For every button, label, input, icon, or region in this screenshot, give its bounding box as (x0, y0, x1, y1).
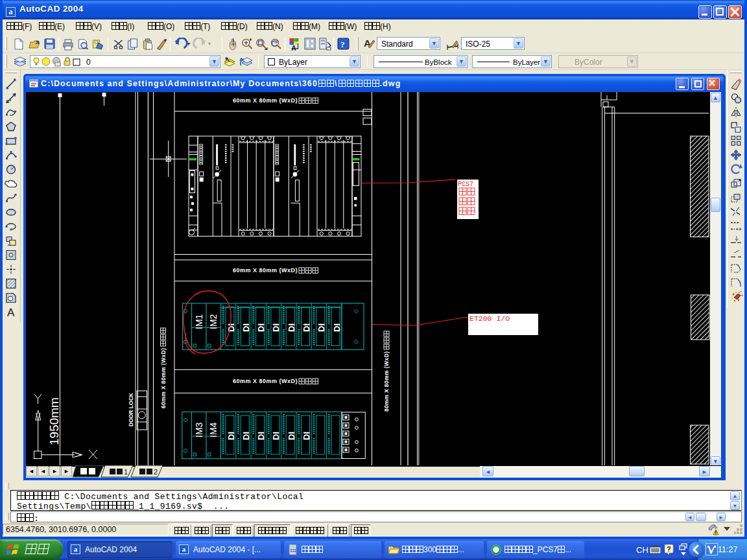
svg-text:DI: DI (332, 323, 342, 332)
svg-text:DI: DI (256, 432, 266, 440)
svg-text:60mm X 80mm (WxD): 60mm X 80mm (WxD) (233, 378, 298, 384)
svg-text:DI: DI (241, 432, 251, 440)
svg-text:60mm X 80mm (WxD): 60mm X 80mm (WxD) (233, 97, 298, 104)
svg-text:60mm X 80mm (WxD): 60mm X 80mm (WxD) (160, 348, 167, 408)
svg-text:DI: DI (271, 323, 281, 332)
svg-text:IM3: IM3 (194, 422, 204, 438)
svg-text:DI: DI (302, 323, 311, 332)
svg-text:DI: DI (287, 432, 296, 440)
svg-text:DI: DI (316, 323, 326, 332)
svg-text:DI: DI (256, 323, 266, 332)
svg-text:DI: DI (287, 323, 296, 332)
svg-text:80mm X 80mm (WxD): 80mm X 80mm (WxD) (383, 351, 390, 412)
svg-text:DI: DI (241, 323, 251, 332)
svg-text:DI: DI (302, 432, 311, 440)
svg-text:IM1: IM1 (194, 314, 204, 329)
svg-text:2: 2 (154, 468, 158, 476)
svg-text:DOOR LOCK: DOOR LOCK (128, 392, 134, 426)
svg-text:DI: DI (226, 432, 236, 440)
svg-text:1: 1 (124, 468, 128, 476)
svg-text:?: ? (340, 40, 345, 49)
svg-text:?: ? (667, 545, 671, 553)
svg-text:A: A (292, 45, 296, 51)
svg-text:IM4: IM4 (208, 422, 219, 438)
svg-text:ET200 I/O: ET200 I/O (469, 314, 510, 323)
svg-text:PCS7: PCS7 (458, 181, 473, 188)
svg-text:A: A (7, 307, 15, 319)
svg-text:60mm X 80mm (WxD): 60mm X 80mm (WxD) (233, 267, 298, 274)
svg-text:IM2: IM2 (208, 314, 219, 329)
svg-text:1950mm: 1950mm (47, 397, 61, 445)
svg-text:DI: DI (271, 432, 281, 440)
svg-text:!: ! (715, 530, 717, 535)
